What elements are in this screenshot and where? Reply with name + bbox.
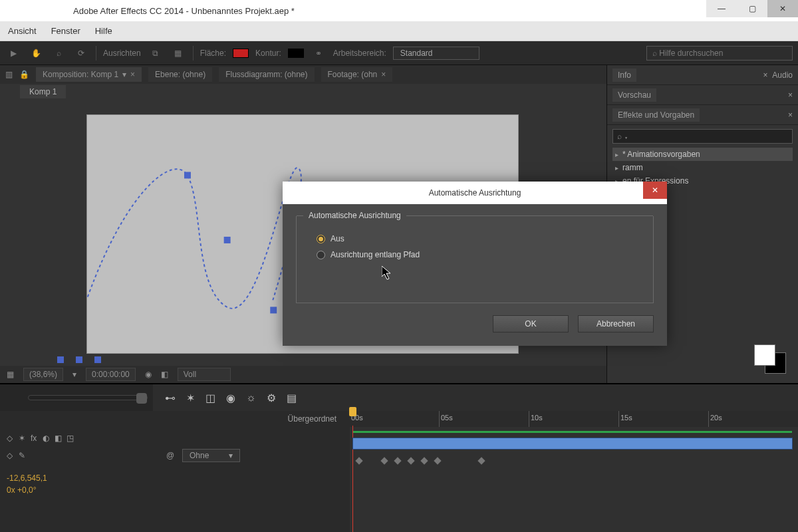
- svg-rect-0: [184, 172, 191, 179]
- snap-icon[interactable]: ⧉: [148, 45, 164, 61]
- lock-icon[interactable]: 🔒: [19, 70, 29, 79]
- motion-blur-icon[interactable]: ◉: [226, 392, 235, 404]
- panel-info-header[interactable]: Info × Audio: [607, 65, 798, 85]
- grid-icon[interactable]: ▦: [7, 370, 14, 379]
- keyframe-icon[interactable]: [477, 457, 485, 464]
- radio-off[interactable]: Aus: [309, 231, 641, 247]
- separator: [193, 46, 194, 61]
- svg-rect-2: [270, 307, 277, 313]
- tab-footage[interactable]: Footage: (ohn×: [321, 67, 393, 82]
- zoom-level[interactable]: (38,6%): [23, 368, 63, 381]
- color-swatch-widget[interactable]: [754, 344, 786, 374]
- window-close-button[interactable]: ✕: [767, 0, 798, 17]
- snap-grid-icon[interactable]: ▦: [170, 45, 186, 61]
- dialog-titlebar[interactable]: Automatische Ausrichtung ✕: [283, 182, 667, 204]
- window-maximize-button[interactable]: ▢: [737, 0, 767, 17]
- tab-komposition[interactable]: Komposition: Komp 1▾×: [36, 67, 142, 82]
- effects-search-input[interactable]: ⌕ ▾: [612, 129, 793, 144]
- fx-icon[interactable]: fx: [31, 434, 40, 443]
- svg-rect-3: [57, 356, 64, 363]
- layer-duration-bar[interactable]: [352, 438, 793, 450]
- keyframe-nav-icon[interactable]: ◇: [7, 451, 16, 460]
- svg-rect-4: [76, 356, 82, 363]
- window-minimize-button[interactable]: —: [706, 0, 737, 17]
- av-features-icon[interactable]: ◇: [7, 434, 16, 443]
- dialog-title: Automatische Ausrichtung: [429, 188, 521, 198]
- selection-tool-icon[interactable]: ▶: [5, 45, 21, 61]
- rotate-tool-icon[interactable]: ⟳: [73, 45, 89, 61]
- link-icon[interactable]: ⚭: [311, 45, 327, 61]
- timeline-panel: ⊷ ✶ ◫ ◉ ☼ ⚙ ▤ Übergeordnet 00s 05s 10s 1…: [0, 383, 798, 532]
- close-icon[interactable]: ×: [788, 90, 793, 100]
- ok-button[interactable]: OK: [493, 315, 569, 332]
- panel-vorschau-header[interactable]: Vorschau ×: [607, 85, 798, 105]
- graph-editor-icon[interactable]: ⊷: [165, 392, 176, 404]
- timeline-track-area[interactable]: [350, 427, 798, 532]
- fill-swatch[interactable]: [233, 49, 249, 58]
- parent-pickwhip-icon[interactable]: @: [166, 451, 176, 460]
- keyframe-icon[interactable]: [420, 457, 428, 464]
- svg-rect-5: [94, 356, 101, 363]
- tab-ebene[interactable]: Ebene: (ohne): [148, 67, 212, 82]
- auto-orient-dialog: Automatische Ausrichtung ✕ Automatische …: [283, 182, 667, 346]
- shy-icon[interactable]: ✶: [186, 392, 195, 404]
- timecode-display[interactable]: 0:00:00:00: [86, 368, 136, 381]
- dialog-close-button[interactable]: ✕: [643, 182, 667, 199]
- align-label: Ausrichten: [103, 49, 141, 58]
- draft3d-icon[interactable]: ⚙: [267, 392, 276, 404]
- position-value[interactable]: -12,6,545,1: [7, 472, 343, 484]
- keyframe-icon[interactable]: [394, 457, 401, 464]
- radio-icon: [317, 235, 325, 243]
- menu-ansicht[interactable]: Ansicht: [8, 26, 37, 36]
- preset-item[interactable]: * Animationsvorgaben: [612, 148, 793, 161]
- subtab-komp1[interactable]: Komp 1: [20, 85, 66, 98]
- zoom-tool-icon[interactable]: ⌕: [51, 45, 66, 61]
- close-icon[interactable]: ×: [788, 110, 793, 120]
- keyframe-row: [352, 456, 793, 466]
- shy-icon[interactable]: ✶: [19, 434, 28, 443]
- tab-flussdiagramm[interactable]: Flussdiagramm: (ohne): [219, 67, 314, 82]
- rotation-value[interactable]: 0x +0,0°: [7, 484, 343, 496]
- stroke-label: Kontur:: [255, 49, 281, 58]
- zoom-slider[interactable]: [28, 395, 148, 400]
- viewport-footer: ▦ (38,6%) ▾ 0:00:00:00 ◉ ◧ Voll: [0, 366, 606, 383]
- menu-fenster[interactable]: Fenster: [51, 26, 80, 36]
- project-icon[interactable]: ▥: [5, 70, 13, 79]
- preset-item[interactable]: ramm: [612, 161, 793, 174]
- close-icon[interactable]: ×: [130, 70, 135, 79]
- frame-blend-icon[interactable]: ◫: [205, 392, 215, 404]
- hand-tool-icon[interactable]: ✋: [28, 45, 44, 61]
- keyframe-icon[interactable]: [380, 457, 388, 464]
- parent-column-header: Übergeordnet: [288, 414, 336, 424]
- auto-orient-fieldset: Automatische Ausrichtung Aus Ausrichtung…: [296, 216, 654, 303]
- keyframe-icon[interactable]: [434, 457, 441, 464]
- brainstorm-icon[interactable]: ☼: [246, 392, 256, 404]
- motion-blur-icon[interactable]: ◐: [43, 434, 52, 443]
- workspace-dropdown[interactable]: Standard: [393, 47, 479, 60]
- edit-icon[interactable]: ✎: [19, 451, 28, 460]
- layer-switches-area: ◇ ✶ fx ◐ ◧ ◳ ◇ ✎ @ Ohne▾ -12,6,545,1 0x …: [0, 427, 350, 532]
- search-icon: ⌕: [652, 49, 657, 58]
- fieldset-legend: Automatische Ausrichtung: [303, 211, 406, 220]
- keyframe-icon[interactable]: [407, 457, 414, 464]
- close-icon[interactable]: ×: [763, 70, 768, 80]
- parent-dropdown[interactable]: Ohne▾: [182, 449, 240, 462]
- help-search-input[interactable]: ⌕ Hilfe durchsuchen: [646, 46, 793, 61]
- close-icon[interactable]: ×: [381, 70, 386, 79]
- cancel-button[interactable]: Abbrechen: [578, 315, 654, 332]
- menu-hilfe[interactable]: Hilfe: [95, 26, 112, 36]
- options-toolbar: ▶ ✋ ⌕ ⟳ Ausrichten ⧉ ▦ Fläche: Kontur: ⚭…: [0, 41, 798, 65]
- adjustment-icon[interactable]: ◧: [55, 434, 64, 443]
- res-icon[interactable]: ▾: [72, 370, 76, 379]
- mask-icon[interactable]: ◧: [161, 370, 168, 379]
- panel-effekte-header[interactable]: Effekte und Vorgaben ×: [607, 105, 798, 125]
- switches-icon[interactable]: ▤: [287, 392, 297, 404]
- radio-orient-along-path[interactable]: Ausrichtung entlang Pfad: [309, 247, 641, 263]
- menu-bar: Ansicht Fenster Hilfe: [0, 21, 798, 41]
- d3-icon[interactable]: ◳: [66, 434, 76, 443]
- time-ruler[interactable]: 00s 05s 10s 15s 20s: [350, 411, 798, 427]
- stroke-swatch[interactable]: [288, 49, 304, 58]
- keyframe-icon[interactable]: [355, 457, 362, 464]
- resolution-dropdown[interactable]: Voll: [178, 368, 231, 381]
- camera-icon[interactable]: ◉: [145, 370, 152, 379]
